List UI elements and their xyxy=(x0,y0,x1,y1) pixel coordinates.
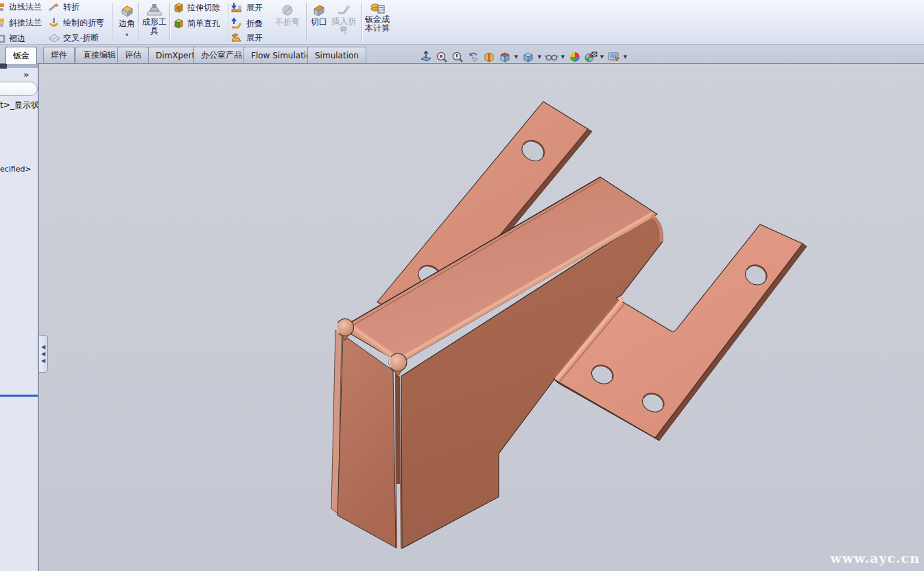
jog-icon xyxy=(48,2,60,12)
sheet-metal-cost-label: 钣金成本计算 xyxy=(364,15,390,33)
display-style-button[interactable] xyxy=(521,50,535,64)
rotate-view-button[interactable] xyxy=(466,50,480,64)
corner-button[interactable]: 边角 ▾ xyxy=(114,3,140,38)
collapse-arrow-icon: ◀ xyxy=(41,345,45,350)
insert-bends-button: 插入折弯 xyxy=(331,3,357,35)
view-settings-button[interactable] xyxy=(606,50,621,64)
no-bends-icon xyxy=(280,4,295,18)
hem-label: 褶边 xyxy=(9,34,25,43)
tab-label: Flow Simulation xyxy=(251,51,316,60)
rip-icon xyxy=(311,3,327,18)
expand-chevron[interactable]: » xyxy=(23,69,29,80)
toolbar-separator xyxy=(228,3,229,41)
panel-splitter[interactable] xyxy=(0,395,39,397)
insert-bends-icon xyxy=(336,3,351,17)
toolbar-separator xyxy=(362,3,363,41)
tab-direct-editing[interactable]: 直接编辑 xyxy=(75,47,123,63)
rip-label: 切口 xyxy=(311,18,327,27)
flatten-button[interactable]: 展开 xyxy=(230,33,263,43)
simple-hole-label: 简单直孔 xyxy=(187,19,220,28)
cross-break-label: 交叉-折断 xyxy=(63,34,99,43)
unfold-button[interactable]: 展开 xyxy=(230,2,263,13)
cross-break-button[interactable]: 交叉-折断 xyxy=(48,33,99,43)
hide-show-items-icon xyxy=(545,51,558,63)
edge-flange-icon xyxy=(0,2,7,12)
display-style-dropdown[interactable]: ▼ xyxy=(536,50,543,64)
toolbar-separator xyxy=(138,3,139,41)
forming-tool-icon xyxy=(146,3,163,18)
tab-label: 焊件 xyxy=(51,49,67,61)
tab-label: Simulation xyxy=(315,51,359,60)
edge-flange-button[interactable]: 边线法兰 xyxy=(0,2,42,12)
view-settings-icon xyxy=(607,51,621,63)
hide-show-items-dropdown[interactable]: ▼ xyxy=(560,50,566,64)
miter-flange-icon xyxy=(0,18,7,28)
view-orientation-icon xyxy=(499,51,511,63)
sketched-bend-label: 绘制的折弯 xyxy=(63,19,104,27)
panel-collapse-handle[interactable]: ◀ ◀ ◀ xyxy=(39,335,48,373)
extruded-cut-icon xyxy=(173,2,185,14)
tab-weldments[interactable]: 焊件 xyxy=(43,47,75,63)
apply-scene-button[interactable] xyxy=(583,50,597,64)
fold-button[interactable]: 折叠 xyxy=(230,18,263,29)
miter-flange-button[interactable]: 斜接法兰 xyxy=(0,18,42,28)
sketched-bend-button[interactable]: 绘制的折弯 xyxy=(48,17,104,28)
zoom-to-area-icon xyxy=(436,51,448,63)
zoom-in-out-icon xyxy=(451,51,464,63)
zoom-to-fit-button[interactable] xyxy=(418,50,433,64)
filter-box[interactable] xyxy=(0,82,38,96)
view-orientation-button[interactable] xyxy=(497,50,512,64)
tab-sheet-metal[interactable]: 钣金 xyxy=(5,47,37,64)
simple-hole-button[interactable]: 简单直孔 xyxy=(173,18,220,30)
zoom-to-area-button[interactable] xyxy=(434,50,449,64)
unfold-icon xyxy=(230,2,243,13)
toolbar-separator xyxy=(112,3,113,41)
toolbar-separator xyxy=(306,3,307,41)
model-viewport[interactable] xyxy=(39,64,924,571)
fold-label: 折叠 xyxy=(246,19,263,28)
tab-label: 办公室产品 xyxy=(201,49,242,61)
left-flap-face[interactable] xyxy=(337,335,396,548)
no-bends-button: 不折弯 xyxy=(272,4,303,27)
section-view-button[interactable] xyxy=(482,50,496,64)
hem-button[interactable]: 褶边 xyxy=(0,34,25,44)
corner-icon xyxy=(119,3,135,19)
zoom-in-out-button[interactable] xyxy=(450,50,464,64)
jog-label: 转折 xyxy=(63,3,80,12)
tab-simulation[interactable]: Simulation xyxy=(307,47,366,63)
apply-scene-dropdown[interactable]: ▼ xyxy=(599,50,605,64)
tab-office-products[interactable]: 办公室产品 xyxy=(193,47,250,63)
command-manager: 边线法兰 斜接法兰 褶边 转折 绘制的折弯 交叉-折断 边角 ▾ xyxy=(0,0,924,45)
sheet-metal-cost-button[interactable]: 钣金成本计算 xyxy=(364,1,391,33)
extruded-cut-label: 拉伸切除 xyxy=(187,3,220,12)
graphics-area[interactable]: www.ayc.cn xyxy=(39,64,924,571)
view-settings-dropdown[interactable]: ▼ xyxy=(622,50,628,64)
corner-label: 边角 xyxy=(119,19,135,28)
miter-flange-label: 斜接法兰 xyxy=(9,19,42,27)
hide-show-items-button[interactable] xyxy=(544,50,558,64)
rip-button[interactable]: 切口 xyxy=(308,3,330,27)
tab-label: 直接编辑 xyxy=(83,49,116,61)
display-style-icon xyxy=(522,51,534,63)
jog-button[interactable]: 转折 xyxy=(48,2,80,12)
edit-appearance-icon xyxy=(569,51,581,63)
sheet-metal-cost-icon xyxy=(370,1,385,15)
display-state-text: t>_显示状 xyxy=(0,100,39,111)
watermark: www.ayc.cn xyxy=(830,550,920,566)
solidworks-window: 边线法兰 斜接法兰 褶边 转折 绘制的折弯 交叉-折断 边角 ▾ xyxy=(0,0,924,571)
tab-evaluate[interactable]: 评估 xyxy=(117,47,149,63)
collapse-arrow-icon: ◀ xyxy=(41,358,45,364)
extruded-cut-button[interactable]: 拉伸切除 xyxy=(173,2,220,14)
view-orientation-dropdown[interactable]: ▼ xyxy=(513,50,519,64)
edit-appearance-button[interactable] xyxy=(567,50,582,64)
zoom-to-fit-icon xyxy=(420,51,432,63)
flatten-label: 展开 xyxy=(246,34,263,43)
hem-icon xyxy=(0,34,7,44)
no-bends-label: 不折弯 xyxy=(275,18,300,27)
forming-tool-button[interactable]: 成形工具 xyxy=(141,3,168,36)
forming-tool-label: 成形工具 xyxy=(141,18,167,36)
panel-tab-stub[interactable] xyxy=(0,64,7,69)
simple-hole-icon xyxy=(173,18,185,30)
flatten-icon xyxy=(230,33,243,43)
corner-dropdown-arrow[interactable]: ▾ xyxy=(126,32,128,38)
